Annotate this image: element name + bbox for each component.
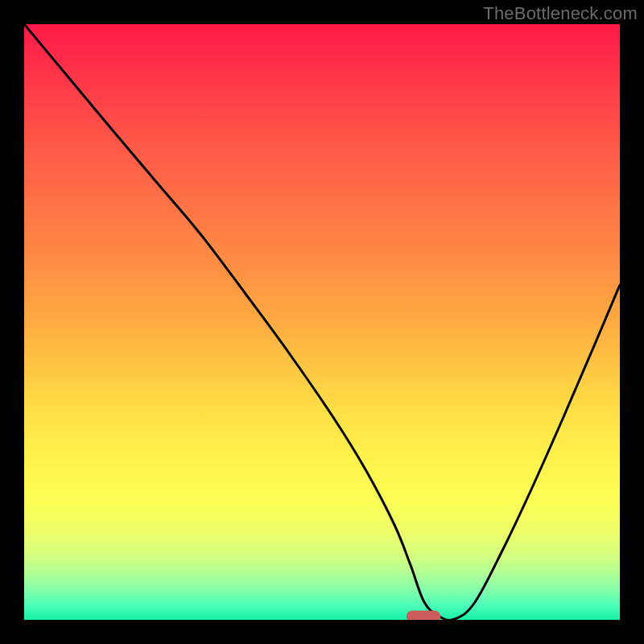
plot-area — [24, 24, 620, 620]
marker-svg — [24, 24, 620, 620]
chart-frame: TheBottleneck.com — [0, 0, 644, 644]
watermark-text: TheBottleneck.com — [483, 3, 638, 24]
sweet-spot-marker — [407, 611, 440, 621]
